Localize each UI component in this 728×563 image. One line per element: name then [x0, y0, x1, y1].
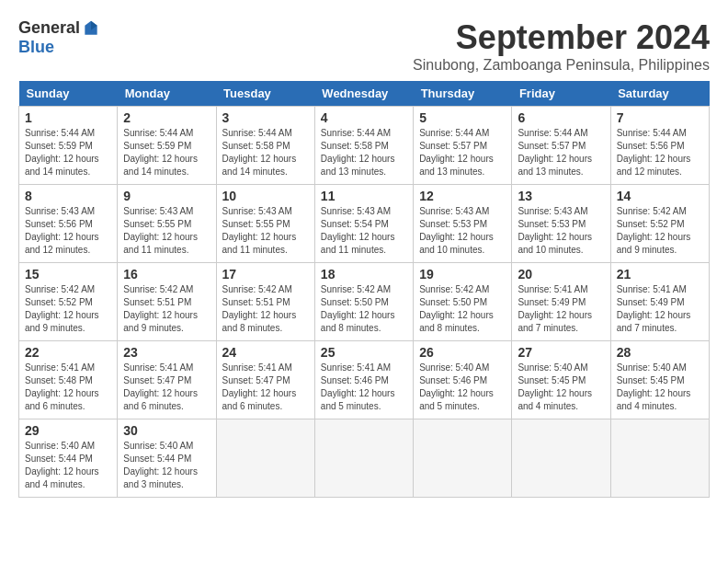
week-row-4: 22Sunrise: 5:41 AMSunset: 5:48 PMDayligh… — [19, 341, 710, 419]
table-row: 29Sunrise: 5:40 AMSunset: 5:44 PMDayligh… — [19, 419, 118, 498]
week-row-2: 8Sunrise: 5:43 AMSunset: 5:56 PMDaylight… — [19, 185, 710, 263]
day-detail: Sunrise: 5:42 AMSunset: 5:51 PMDaylight:… — [222, 283, 309, 335]
day-detail: Sunrise: 5:44 AMSunset: 5:58 PMDaylight:… — [222, 127, 309, 178]
day-number: 10 — [222, 189, 309, 203]
header: General Blue September 2024 Sinubong, Za… — [18, 18, 710, 74]
day-number: 15 — [25, 267, 111, 282]
table-row — [512, 419, 610, 498]
header-row: Sunday Monday Tuesday Wednesday Thursday… — [19, 81, 710, 107]
table-row: 16Sunrise: 5:42 AMSunset: 5:51 PMDayligh… — [118, 263, 216, 341]
table-row: 9Sunrise: 5:43 AMSunset: 5:55 PMDaylight… — [118, 185, 216, 263]
col-sunday: Sunday — [19, 81, 118, 107]
month-title: September 2024 — [413, 18, 710, 57]
day-detail: Sunrise: 5:44 AMSunset: 5:57 PMDaylight:… — [518, 127, 604, 178]
day-number: 25 — [321, 345, 407, 360]
day-number: 24 — [222, 345, 309, 360]
day-number: 20 — [518, 267, 604, 282]
table-row: 22Sunrise: 5:41 AMSunset: 5:48 PMDayligh… — [19, 341, 118, 419]
table-row: 3Sunrise: 5:44 AMSunset: 5:58 PMDaylight… — [216, 107, 314, 185]
table-row: 5Sunrise: 5:44 AMSunset: 5:57 PMDaylight… — [414, 107, 512, 185]
day-detail: Sunrise: 5:40 AMSunset: 5:45 PMDaylight:… — [518, 362, 604, 413]
day-number: 12 — [419, 189, 506, 203]
col-wednesday: Wednesday — [314, 81, 413, 107]
day-number: 4 — [321, 110, 407, 125]
day-number: 27 — [518, 345, 604, 360]
table-row: 17Sunrise: 5:42 AMSunset: 5:51 PMDayligh… — [216, 263, 314, 341]
day-detail: Sunrise: 5:42 AMSunset: 5:51 PMDaylight:… — [123, 283, 210, 335]
day-number: 28 — [617, 345, 703, 360]
day-detail: Sunrise: 5:41 AMSunset: 5:47 PMDaylight:… — [222, 362, 309, 413]
day-number: 2 — [123, 110, 210, 125]
day-detail: Sunrise: 5:40 AMSunset: 5:46 PMDaylight:… — [419, 362, 506, 413]
table-row — [216, 419, 314, 498]
day-detail: Sunrise: 5:43 AMSunset: 5:54 PMDaylight:… — [321, 205, 407, 257]
day-number: 26 — [419, 345, 506, 360]
table-row: 25Sunrise: 5:41 AMSunset: 5:46 PMDayligh… — [314, 341, 413, 419]
table-row: 23Sunrise: 5:41 AMSunset: 5:47 PMDayligh… — [118, 341, 216, 419]
day-detail: Sunrise: 5:44 AMSunset: 5:57 PMDaylight:… — [419, 127, 506, 178]
day-detail: Sunrise: 5:40 AMSunset: 5:45 PMDaylight:… — [617, 362, 703, 413]
day-detail: Sunrise: 5:43 AMSunset: 5:53 PMDaylight:… — [419, 205, 506, 257]
day-number: 21 — [617, 267, 703, 282]
day-detail: Sunrise: 5:41 AMSunset: 5:48 PMDaylight:… — [25, 362, 111, 413]
table-row: 21Sunrise: 5:41 AMSunset: 5:49 PMDayligh… — [610, 263, 709, 341]
week-row-5: 29Sunrise: 5:40 AMSunset: 5:44 PMDayligh… — [19, 419, 710, 498]
day-number: 11 — [321, 189, 407, 203]
day-detail: Sunrise: 5:40 AMSunset: 5:44 PMDaylight:… — [123, 440, 210, 491]
day-number: 9 — [123, 189, 210, 203]
day-detail: Sunrise: 5:43 AMSunset: 5:55 PMDaylight:… — [123, 205, 210, 257]
logo-blue-text: Blue — [18, 38, 54, 57]
day-number: 30 — [123, 423, 210, 438]
table-row: 30Sunrise: 5:40 AMSunset: 5:44 PMDayligh… — [118, 419, 216, 498]
col-monday: Monday — [118, 81, 216, 107]
table-row: 10Sunrise: 5:43 AMSunset: 5:55 PMDayligh… — [216, 185, 314, 263]
day-detail: Sunrise: 5:41 AMSunset: 5:47 PMDaylight:… — [123, 362, 210, 413]
table-row: 2Sunrise: 5:44 AMSunset: 5:59 PMDaylight… — [118, 107, 216, 185]
col-friday: Friday — [512, 81, 610, 107]
col-saturday: Saturday — [610, 81, 709, 107]
day-detail: Sunrise: 5:41 AMSunset: 5:49 PMDaylight:… — [518, 283, 604, 335]
table-row: 20Sunrise: 5:41 AMSunset: 5:49 PMDayligh… — [512, 263, 610, 341]
logo-general-text: General — [18, 18, 80, 38]
day-detail: Sunrise: 5:41 AMSunset: 5:49 PMDaylight:… — [617, 283, 703, 335]
week-row-1: 1Sunrise: 5:44 AMSunset: 5:59 PMDaylight… — [19, 107, 710, 185]
table-row: 14Sunrise: 5:42 AMSunset: 5:52 PMDayligh… — [610, 185, 709, 263]
table-row: 28Sunrise: 5:40 AMSunset: 5:45 PMDayligh… — [610, 341, 709, 419]
logo-icon — [82, 19, 100, 38]
day-detail: Sunrise: 5:43 AMSunset: 5:56 PMDaylight:… — [25, 205, 111, 257]
day-number: 3 — [222, 110, 309, 125]
day-number: 22 — [25, 345, 111, 360]
day-number: 23 — [123, 345, 210, 360]
day-number: 19 — [419, 267, 506, 282]
table-row: 12Sunrise: 5:43 AMSunset: 5:53 PMDayligh… — [414, 185, 512, 263]
table-row — [610, 419, 709, 498]
day-number: 17 — [222, 267, 309, 282]
table-row: 4Sunrise: 5:44 AMSunset: 5:58 PMDaylight… — [314, 107, 413, 185]
table-row: 26Sunrise: 5:40 AMSunset: 5:46 PMDayligh… — [414, 341, 512, 419]
day-detail: Sunrise: 5:42 AMSunset: 5:52 PMDaylight:… — [617, 205, 703, 257]
day-number: 13 — [518, 189, 604, 203]
table-row: 15Sunrise: 5:42 AMSunset: 5:52 PMDayligh… — [19, 263, 118, 341]
day-number: 8 — [25, 189, 111, 203]
table-row: 13Sunrise: 5:43 AMSunset: 5:53 PMDayligh… — [512, 185, 610, 263]
day-number: 7 — [617, 110, 703, 125]
col-tuesday: Tuesday — [216, 81, 314, 107]
day-detail: Sunrise: 5:44 AMSunset: 5:59 PMDaylight:… — [123, 127, 210, 178]
day-detail: Sunrise: 5:44 AMSunset: 5:59 PMDaylight:… — [25, 127, 111, 178]
table-row: 1Sunrise: 5:44 AMSunset: 5:59 PMDaylight… — [19, 107, 118, 185]
table-row — [314, 419, 413, 498]
table-row: 8Sunrise: 5:43 AMSunset: 5:56 PMDaylight… — [19, 185, 118, 263]
day-number: 5 — [419, 110, 506, 125]
day-detail: Sunrise: 5:42 AMSunset: 5:50 PMDaylight:… — [321, 283, 407, 335]
table-row: 6Sunrise: 5:44 AMSunset: 5:57 PMDaylight… — [512, 107, 610, 185]
title-section: September 2024 Sinubong, Zamboanga Penin… — [413, 18, 710, 74]
day-number: 6 — [518, 110, 604, 125]
table-row: 18Sunrise: 5:42 AMSunset: 5:50 PMDayligh… — [314, 263, 413, 341]
table-row: 19Sunrise: 5:42 AMSunset: 5:50 PMDayligh… — [414, 263, 512, 341]
day-detail: Sunrise: 5:42 AMSunset: 5:50 PMDaylight:… — [419, 283, 506, 335]
day-number: 29 — [25, 423, 111, 438]
table-row — [414, 419, 512, 498]
day-detail: Sunrise: 5:44 AMSunset: 5:58 PMDaylight:… — [321, 127, 407, 178]
table-row: 27Sunrise: 5:40 AMSunset: 5:45 PMDayligh… — [512, 341, 610, 419]
day-detail: Sunrise: 5:43 AMSunset: 5:55 PMDaylight:… — [222, 205, 309, 257]
